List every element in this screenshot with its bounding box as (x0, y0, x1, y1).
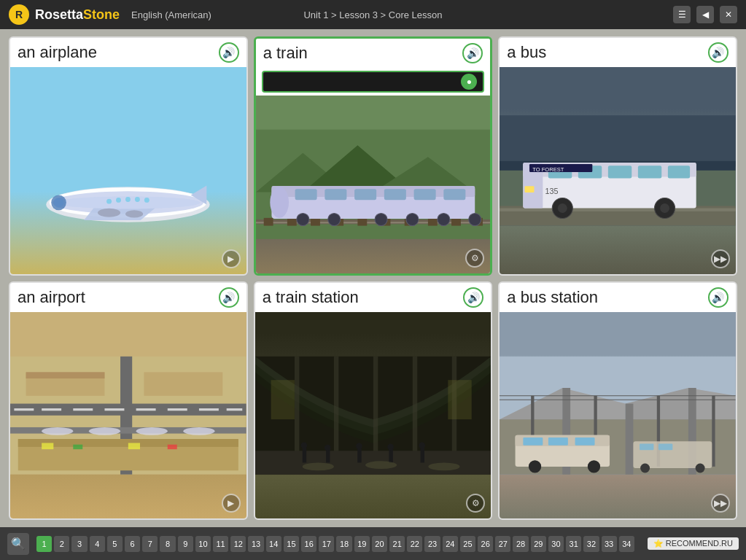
page-button-6[interactable]: 6 (125, 536, 140, 552)
svg-rect-77 (199, 408, 219, 411)
svg-rect-108 (420, 446, 424, 462)
train-card-settings-icon[interactable]: ⚙ (465, 249, 484, 268)
card-airport[interactable]: an airport 🔊 (9, 281, 248, 521)
svg-rect-81 (144, 372, 222, 395)
page-button-4[interactable]: 4 (90, 536, 105, 552)
svg-point-103 (325, 444, 331, 451)
card-bus-sound-button[interactable]: 🔊 (708, 42, 728, 63)
svg-point-45 (468, 213, 481, 225)
page-button-8[interactable]: 8 (160, 536, 175, 552)
card-train-label: a train (263, 44, 308, 63)
svg-rect-76 (168, 408, 187, 411)
svg-rect-92 (168, 444, 177, 448)
svg-rect-135 (575, 437, 595, 445)
card-airplane[interactable]: an airplane 🔊 (9, 36, 248, 276)
page-button-12[interactable]: 12 (230, 536, 246, 552)
svg-rect-78 (227, 408, 243, 411)
page-button-28[interactable]: 28 (513, 536, 528, 552)
page-button-11[interactable]: 11 (213, 536, 228, 552)
card-train-station-sound-button[interactable]: 🔊 (463, 287, 483, 308)
page-button-1[interactable]: 1 (36, 536, 52, 552)
airplane-card-nav-icon[interactable]: ▶ (222, 249, 241, 268)
page-button-22[interactable]: 22 (407, 536, 422, 552)
svg-point-110 (302, 462, 333, 470)
back-button[interactable]: ◀ (696, 6, 714, 23)
card-train-station[interactable]: a train station 🔊 (254, 281, 493, 521)
svg-rect-39 (443, 189, 465, 200)
svg-rect-123 (626, 403, 634, 474)
card-bus-header: a bus 🔊 (500, 38, 736, 67)
logo-stone: Stone (83, 7, 120, 22)
sound-icon-train-station: 🔊 (467, 292, 480, 303)
card-bus-station-image: ▶▶ (500, 312, 736, 519)
close-button[interactable]: ✕ (720, 6, 737, 23)
mic-input-area[interactable]: ● (262, 71, 485, 93)
card-airplane-header: an airplane 🔊 (10, 38, 246, 67)
page-button-24[interactable]: 24 (443, 536, 458, 552)
page-button-27[interactable]: 27 (495, 536, 510, 552)
svg-rect-21 (263, 218, 273, 226)
card-bus[interactable]: a bus 🔊 (498, 36, 737, 276)
svg-point-111 (365, 461, 397, 469)
page-button-2[interactable]: 2 (54, 536, 69, 552)
page-button-15[interactable]: 15 (284, 536, 299, 552)
bus-station-card-nav-icon[interactable]: ▶▶ (711, 494, 730, 513)
page-button-19[interactable]: 19 (354, 536, 370, 552)
page-button-9[interactable]: 9 (178, 536, 193, 552)
card-airplane-sound-button[interactable]: 🔊 (219, 42, 239, 63)
bus-card-nav-icon[interactable]: ▶▶ (711, 249, 730, 268)
svg-rect-106 (389, 448, 392, 462)
page-button-30[interactable]: 30 (548, 536, 564, 552)
page-button-31[interactable]: 31 (566, 536, 581, 552)
bus-illustration: TO FOREST 135 (500, 67, 736, 274)
page-button-17[interactable]: 17 (319, 536, 334, 552)
svg-rect-23 (311, 218, 320, 226)
card-airport-header: an airport 🔊 (10, 283, 246, 312)
page-button-32[interactable]: 32 (583, 536, 599, 552)
svg-rect-139 (640, 443, 653, 450)
page-button-5[interactable]: 5 (107, 536, 123, 552)
zoom-button[interactable]: 🔍 (7, 533, 29, 555)
page-button-16[interactable]: 16 (301, 536, 316, 552)
page-button-21[interactable]: 21 (389, 536, 405, 552)
svg-rect-134 (548, 437, 568, 445)
header: R RosettaStone English (American) Unit 1… (0, 0, 746, 29)
svg-rect-130 (712, 395, 715, 466)
mic-indicator: ● (461, 74, 477, 90)
card-bus-station[interactable]: a bus station 🔊 (498, 281, 737, 521)
card-airport-sound-button[interactable]: 🔊 (219, 287, 239, 308)
page-button-26[interactable]: 26 (478, 536, 493, 552)
svg-rect-102 (326, 449, 330, 462)
page-button-13[interactable]: 13 (248, 536, 263, 552)
svg-point-84 (89, 427, 120, 435)
svg-rect-75 (136, 408, 156, 411)
breadcrumb: Unit 1 > Lesson 3 > Core Lesson (303, 9, 442, 20)
airport-card-nav-icon[interactable]: ▶ (222, 494, 241, 513)
card-airport-label: an airport (18, 288, 85, 307)
page-button-20[interactable]: 20 (372, 536, 387, 552)
page-button-3[interactable]: 3 (71, 536, 87, 552)
page-button-18[interactable]: 18 (336, 536, 351, 552)
page-button-33[interactable]: 33 (602, 536, 617, 552)
page-button-14[interactable]: 14 (266, 536, 281, 552)
page-button-7[interactable]: 7 (142, 536, 158, 552)
svg-rect-22 (287, 218, 297, 226)
page-button-10[interactable]: 10 (195, 536, 211, 552)
card-bus-image: TO FOREST 135 ▶▶ (500, 67, 736, 274)
bottom-bar: 🔍 12345678910111213141516171819202122232… (0, 527, 746, 560)
svg-point-9 (135, 197, 140, 202)
svg-rect-91 (128, 443, 140, 449)
card-train[interactable]: a train 🔊 ● (254, 36, 493, 276)
card-train-station-image: ⚙ (255, 312, 491, 519)
page-button-23[interactable]: 23 (424, 536, 440, 552)
menu-button[interactable]: ☰ (673, 6, 691, 23)
card-train-sound-button[interactable]: 🔊 (462, 43, 483, 63)
card-bus-station-sound-button[interactable]: 🔊 (708, 287, 728, 308)
card-airplane-label: an airplane (18, 43, 97, 62)
page-button-34[interactable]: 34 (619, 536, 634, 552)
logo-rosetta: Rosetta (35, 7, 83, 22)
svg-rect-73 (73, 408, 93, 411)
page-button-29[interactable]: 29 (531, 536, 546, 552)
page-button-25[interactable]: 25 (460, 536, 475, 552)
svg-point-12 (125, 210, 143, 217)
